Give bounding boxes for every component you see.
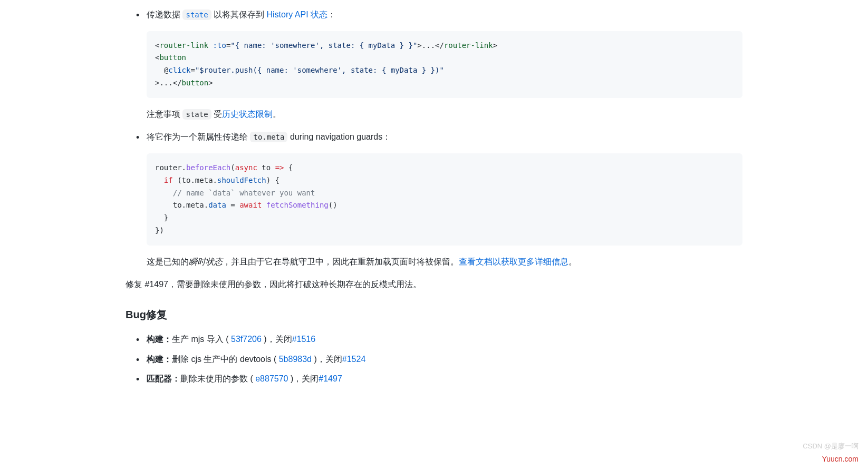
issue-link[interactable]: #1516 (292, 335, 316, 344)
note-paragraph: 注意事项 state 受历史状态限制。 (147, 107, 742, 121)
text: ，并且由于它在导航守卫中，因此在重新加载页面时将被保留。 (223, 257, 459, 266)
inline-code: state (182, 9, 211, 20)
text: 这是已知的 (147, 257, 189, 266)
issue-link[interactable]: #1497 (319, 374, 342, 383)
text: ： (327, 10, 336, 19)
text: )，关闭 (312, 355, 342, 364)
bug-label: 匹配器： (147, 374, 180, 383)
text: 生产 mjs 导入 ( (172, 335, 231, 344)
text: 受 (211, 110, 222, 119)
text: 删除未使用的参数 ( (180, 374, 255, 383)
bug-fixes-list: 构建：生产 mjs 导入 ( 53f7206 )，关闭#1516 构建：删除 c… (126, 332, 742, 386)
transient-state-paragraph: 这是已知的瞬时状态，并且由于它在导航守卫中，因此在重新加载页面时将被保留。查看文… (147, 255, 742, 269)
history-api-link[interactable]: History API 状态 (267, 10, 328, 19)
list-item: 将它作为一个新属性传递给 to.meta during navigation g… (147, 130, 742, 268)
bug-label: 构建： (147, 335, 172, 344)
main-list: 传递数据 state 以将其保存到 History API 状态： <route… (126, 8, 742, 268)
list-item: 构建：生产 mjs 导入 ( 53f7206 )，关闭#1516 (147, 332, 742, 346)
list-item: 匹配器：删除未使用的参数 ( e887570 )，关闭#1497 (147, 372, 742, 386)
bug-label: 构建： (147, 355, 172, 364)
text: during navigation guards： (287, 132, 391, 141)
list-item: 传递数据 state 以将其保存到 History API 状态： <route… (147, 8, 742, 121)
history-state-limit-link[interactable]: 历史状态限制 (222, 110, 273, 119)
text: 以将其保存到 (211, 10, 267, 19)
commit-link[interactable]: 53f7206 (231, 335, 262, 344)
bug-fixes-heading: Bug修复 (126, 306, 742, 323)
article-content: 传递数据 state 以将其保存到 History API 状态： <route… (65, 0, 803, 397)
text: 注意事项 (147, 110, 182, 119)
italic-text: 瞬时状态 (189, 257, 223, 266)
fix-paragraph: 修复 #1497，需要删除未使用的参数，因此将打破这种长期存在的反模式用法。 (126, 278, 742, 291)
docs-link[interactable]: 查看文档以获取更多详细信息 (459, 257, 568, 266)
code-block-before-each: router.beforeEach(async to => { if (to.m… (147, 153, 742, 246)
text: )，关闭 (288, 374, 319, 383)
inline-code: state (182, 109, 211, 120)
text: 将它作为一个新属性传递给 (147, 132, 250, 141)
commit-link[interactable]: 5b8983d (279, 355, 312, 364)
text: 。 (273, 110, 281, 119)
list-item: 构建：删除 cjs 生产中的 devtools ( 5b8983d )，关闭#1… (147, 352, 742, 366)
code-block-router-link: <router-link :to="{ name: 'somewhere', s… (147, 31, 742, 98)
text: 传递数据 (147, 10, 182, 19)
inline-code: to.meta (250, 132, 287, 142)
issue-link[interactable]: #1524 (342, 355, 366, 364)
text: 删除 cjs 生产中的 devtools ( (172, 355, 279, 364)
text: )，关闭 (262, 335, 292, 344)
text: 。 (568, 257, 577, 266)
commit-link[interactable]: e887570 (255, 374, 288, 383)
